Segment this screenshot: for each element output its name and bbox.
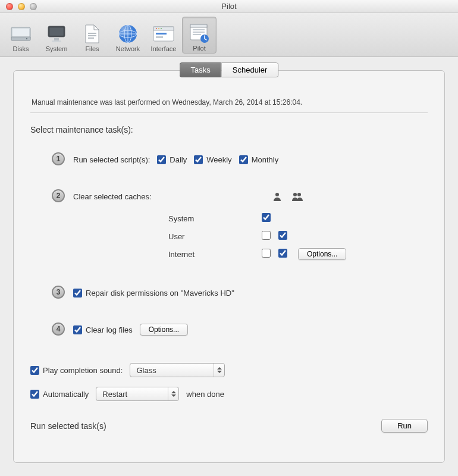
toolbar-system[interactable]: System [39,17,74,54]
auto-suffix: when done [186,390,224,399]
tab-tasks[interactable]: Tasks [180,62,221,77]
toolbar-label: System [46,45,68,52]
separator [30,112,428,113]
daily-checkbox[interactable] [157,155,166,164]
svg-rect-9 [88,35,96,36]
svg-rect-5 [49,27,64,36]
cache-system-single[interactable] [262,213,271,222]
cache-row-internet: Internet Options... [73,245,428,263]
toolbar-pilot[interactable]: Pilot [182,17,217,54]
toolbar-network[interactable]: Network [111,17,145,54]
task-run-scripts: 1 Run selected script(s): Daily Weekly [52,152,428,167]
svg-rect-6 [54,38,59,40]
cache-internet-multi[interactable] [278,249,287,258]
cache-label-internet: Internet [73,250,258,259]
window-title: Pilot [0,2,458,11]
cache-internet-single[interactable] [262,249,271,258]
svg-rect-23 [156,36,163,38]
panel: Tasks Scheduler Manual maintenance was l… [13,70,445,463]
toolbar-interface[interactable]: Interface [146,17,181,54]
logs-options-button[interactable]: Options... [140,324,188,336]
footer-label: Run selected task(s) [30,421,106,431]
checkbox-weekly[interactable]: Weekly [194,155,231,164]
task2-label: Clear selected caches: [73,192,168,201]
svg-point-20 [158,28,159,29]
auto-checkbox[interactable] [30,390,39,399]
svg-rect-8 [88,33,96,34]
checkbox-daily[interactable]: Daily [157,155,187,164]
repair-permissions-checkbox[interactable] [73,289,82,298]
svg-rect-27 [193,32,205,33]
toolbar-disks[interactable]: Disks [4,17,38,54]
section-header: Select maintenance task(s): [30,125,428,134]
footer: Run selected task(s) Run [30,419,428,433]
window-icon [152,23,175,45]
step-badge-3: 3 [52,286,65,299]
task-clear-logs: 4 Clear log files Options... [52,322,428,337]
step-badge-2: 2 [52,189,65,202]
toolbar-files[interactable]: Files [75,17,109,54]
svg-rect-2 [11,37,30,40]
cache-label-system: System [73,214,258,223]
svg-rect-28 [193,34,201,35]
checkbox-automatically[interactable]: Automatically [30,390,89,399]
svg-rect-10 [88,37,94,39]
monitor-icon [45,23,68,45]
toolbar: Disks System Files Network Interface Pil… [0,13,458,57]
status-text: Manual maintenance was last performed on… [30,98,428,107]
svg-point-32 [297,193,301,196]
toolbar-label: Interface [151,45,177,52]
run-button[interactable]: Run [381,419,428,433]
checkbox-monthly[interactable]: Monthly [239,155,279,164]
svg-rect-7 [52,40,61,42]
single-user-icon [271,192,284,201]
sound-value: Glass [130,366,162,375]
cache-row-user: User [73,227,428,245]
disk-icon [9,23,33,45]
toolbar-label: Network [116,45,140,52]
step-badge-4: 4 [52,322,65,336]
task-clear-caches: 2 Clear selected caches: [52,189,428,263]
titlebar: Pilot [0,0,458,13]
toolbar-label: Disks [13,45,29,52]
pilot-icon [187,22,211,45]
clear-logs-checkbox[interactable] [73,325,82,334]
svg-point-31 [293,193,297,196]
tab-scheduler[interactable]: Scheduler [221,62,279,77]
step-badge-1: 1 [52,152,65,165]
auto-row: Automatically Restart when done [30,387,428,401]
toolbar-label: Pilot [193,45,205,52]
checkbox-repair-permissions[interactable]: Repair disk permissions on "Mavericks HD… [73,289,234,298]
cache-row-system: System [73,209,428,227]
sound-select[interactable]: Glass [130,363,225,377]
play-sound-row: Play completion sound: Glass [30,363,428,377]
cache-user-single[interactable] [262,231,271,240]
svg-rect-22 [156,33,167,35]
toolbar-label: Files [85,45,99,52]
cache-label-user: User [73,232,258,241]
svg-rect-26 [193,29,205,30]
svg-point-30 [275,193,279,196]
monthly-checkbox[interactable] [239,155,248,164]
svg-point-3 [26,37,27,39]
svg-point-19 [156,28,157,29]
auto-action-select[interactable]: Restart [96,387,179,401]
cache-user-multi[interactable] [278,231,287,240]
content: Tasks Scheduler Manual maintenance was l… [0,57,458,476]
svg-point-21 [161,28,162,29]
segmented-control: Tasks Scheduler [180,62,279,77]
checkbox-play-sound[interactable]: Play completion sound: [30,366,123,375]
task-repair-permissions: 3 Repair disk permissions on "Mavericks … [52,286,428,300]
stepper-icon [168,387,178,400]
svg-rect-1 [12,29,29,37]
checkbox-clear-logs[interactable]: Clear log files [73,325,133,334]
stepper-icon [214,364,224,377]
task1-label: Run selected script(s): [73,155,150,164]
globe-icon [116,23,140,45]
cache-options-button[interactable]: Options... [298,248,346,260]
auto-value: Restart [96,390,133,399]
play-sound-checkbox[interactable] [30,366,39,375]
weekly-checkbox[interactable] [194,155,203,164]
document-icon [80,23,104,45]
multi-user-icon [291,192,304,201]
